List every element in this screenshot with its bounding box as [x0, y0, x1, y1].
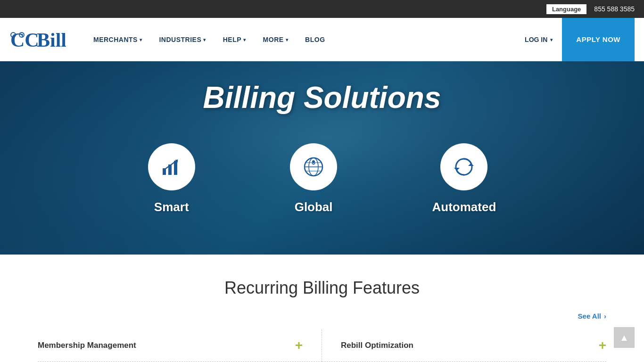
hero-icon-smart: Smart: [148, 143, 195, 214]
global-label: Global: [295, 200, 333, 214]
globe-icon: [302, 155, 325, 179]
features-section-title: Recurring Billing Features: [38, 278, 606, 298]
svg-marker-16: [468, 163, 474, 166]
nav-item-blog[interactable]: BLOG: [297, 18, 333, 61]
feature-item-membership: Membership Management +: [38, 329, 322, 362]
nav-item-more[interactable]: MORE ▾: [255, 18, 297, 61]
nav-item-industries[interactable]: INDUSTRIES ▾: [150, 18, 214, 61]
phone-number: 855 588 3585: [594, 5, 635, 13]
hero-icon-global: Global: [290, 143, 337, 214]
chevron-down-icon: ▾: [140, 37, 142, 42]
see-all-row: See All ›: [38, 312, 606, 320]
nav-right: LOG IN ▾ APPLY NOW: [515, 18, 635, 61]
feature-item-rebill: Rebill Optimization +: [322, 329, 606, 362]
main-nav: MERCHANTS ▾ INDUSTRIES ▾ HELP ▾ MORE ▾ B…: [85, 18, 515, 61]
refresh-icon: [452, 155, 476, 179]
hero-section: Billing Solutions Smart: [0, 61, 644, 255]
smart-label: Smart: [154, 200, 189, 214]
hero-icons: Smart Global: [63, 143, 581, 214]
chevron-down-icon: ▾: [203, 37, 206, 42]
login-button[interactable]: LOG IN ▾: [515, 18, 562, 61]
nav-item-help[interactable]: HELP ▾: [215, 18, 255, 61]
main-content: Recurring Billing Features See All › Mem…: [0, 255, 644, 362]
hero-content: Billing Solutions Smart: [0, 61, 644, 214]
svg-text:Bill: Bill: [37, 29, 66, 51]
scroll-to-top-button[interactable]: ▲: [614, 327, 635, 348]
feature-label-membership: Membership Management: [38, 341, 136, 350]
header: CC Bill MERCHANTS ▾ INDUSTRIES ▾ HELP ▾ …: [0, 18, 644, 61]
smart-icon-circle: [148, 143, 195, 190]
chart-up-icon: [160, 155, 183, 179]
automated-icon-circle: [440, 143, 487, 190]
logo[interactable]: CC Bill: [9, 25, 66, 54]
arrow-up-icon: ▲: [619, 332, 629, 343]
features-grid: Membership Management + Rebill Optimizat…: [38, 329, 606, 362]
feature-expand-membership[interactable]: +: [295, 338, 303, 353]
chevron-right-icon: ›: [604, 312, 606, 320]
chevron-down-icon: ▾: [243, 37, 246, 42]
apply-now-button[interactable]: APPLY NOW: [562, 18, 635, 61]
feature-expand-rebill[interactable]: +: [599, 338, 606, 353]
hero-title: Billing Solutions: [203, 80, 441, 115]
svg-point-14: [312, 160, 315, 163]
feature-label-rebill: Rebill Optimization: [341, 341, 413, 350]
see-all-link[interactable]: See All ›: [578, 312, 606, 320]
chevron-down-icon: ▾: [550, 37, 553, 42]
nav-item-merchants[interactable]: MERCHANTS ▾: [85, 18, 150, 61]
language-button[interactable]: Language: [546, 4, 586, 14]
top-bar: Language 855 588 3585: [0, 0, 644, 18]
hero-icon-automated: Automated: [432, 143, 496, 214]
global-icon-circle: [290, 143, 337, 190]
chevron-down-icon: ▾: [286, 37, 289, 42]
automated-label: Automated: [432, 200, 496, 214]
